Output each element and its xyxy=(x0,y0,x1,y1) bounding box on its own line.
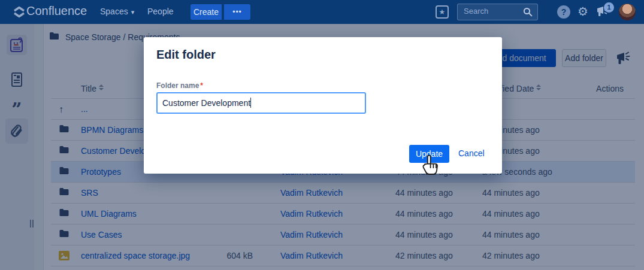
create-more-button[interactable]: ••• xyxy=(224,4,250,20)
top-navigation-bar: Confluence Spaces▾ People Create ••• ★ ?… xyxy=(0,0,644,24)
search-input[interactable] xyxy=(464,7,521,16)
notification-count-badge[interactable]: 1 xyxy=(604,2,614,13)
folder-name-value: Customer Development xyxy=(162,98,250,108)
search-box[interactable] xyxy=(457,4,538,20)
hand-cursor-icon xyxy=(420,154,440,178)
cancel-link[interactable]: Cancel xyxy=(458,148,485,158)
confluence-logo-icon xyxy=(13,6,25,20)
app-title: Confluence xyxy=(26,4,87,18)
nav-spaces[interactable]: Spaces▾ xyxy=(100,7,134,16)
gear-icon[interactable]: ⚙ xyxy=(578,4,588,19)
chevron-down-icon: ▾ xyxy=(131,8,135,16)
required-asterisk: * xyxy=(200,81,203,90)
help-icon[interactable]: ? xyxy=(557,5,570,19)
text-caret xyxy=(250,98,251,108)
search-icon[interactable] xyxy=(523,7,533,19)
folder-name-input[interactable]: Customer Development xyxy=(156,92,366,114)
create-button[interactable]: Create xyxy=(191,4,222,20)
edit-folder-dialog: Edit folder Folder name* Customer Develo… xyxy=(144,37,502,174)
user-avatar[interactable] xyxy=(619,4,636,20)
folder-name-label: Folder name* xyxy=(156,81,203,90)
dialog-title: Edit folder xyxy=(156,48,216,62)
nav-people[interactable]: People xyxy=(147,7,174,16)
shortcut-star-icon[interactable]: ★ xyxy=(436,5,449,19)
